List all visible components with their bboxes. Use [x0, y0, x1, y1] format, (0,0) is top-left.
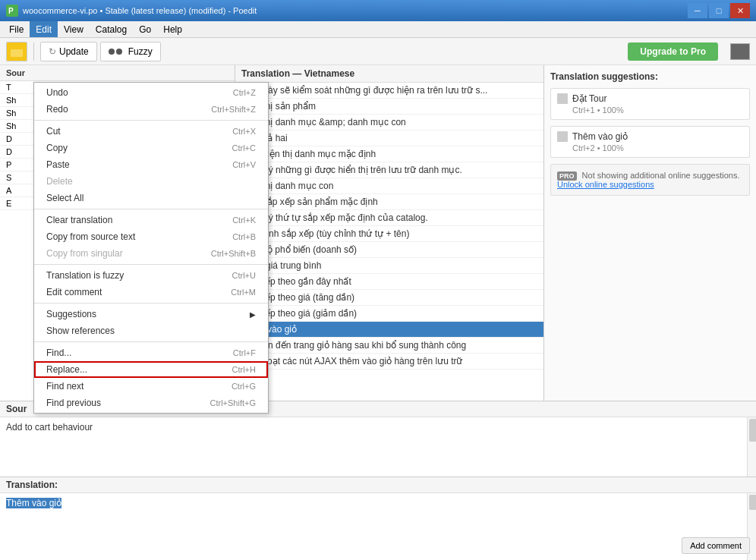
menu-fuzzy[interactable]: Translation is fuzzy Ctrl+U — [34, 267, 268, 284]
pane-toggle-button[interactable] — [730, 43, 750, 60]
menu-go[interactable]: Go — [133, 21, 157, 37]
menu-edit[interactable]: Edit — [30, 21, 58, 37]
menu-sep-1 — [34, 120, 268, 121]
menu-find-prev[interactable]: Find previous Ctrl+Shift+G — [34, 395, 268, 411]
find-prev-shortcut: Ctrl+Shift+G — [194, 398, 256, 407]
upgrade-button[interactable]: Upgrade to Pro — [628, 42, 718, 61]
redo-label: Redo — [46, 104, 68, 115]
copy-shortcut: Ctrl+C — [217, 143, 256, 153]
update-label: Update — [59, 46, 89, 57]
menu-cut[interactable]: Cut Ctrl+X — [34, 123, 268, 140]
menu-copy-source[interactable]: Copy from source text Ctrl+B — [34, 228, 268, 245]
menu-find[interactable]: Find... Ctrl+F — [34, 344, 268, 361]
add-comment-button[interactable]: Add comment — [682, 537, 750, 554]
translation-item-selected[interactable]: Thêm vào giỏ — [235, 322, 543, 338]
suggestion-meta-1: Ctrl+1 • 100% — [557, 105, 743, 115]
minimize-button[interactable]: ─ — [688, 3, 707, 18]
menu-delete: Delete — [34, 173, 268, 190]
translation-item[interactable]: Mặc định sắp xếp (tùy chỉnh thứ tự + tên… — [235, 226, 543, 242]
clear-translation-shortcut: Ctrl+K — [217, 216, 256, 225]
translation-item[interactable]: Quản lý thứ tự sắp xếp mặc định của cata… — [235, 210, 543, 226]
translation-item[interactable]: Sắp xếp theo giá (tăng dần) — [235, 290, 543, 306]
translation-item[interactable]: Kiểu sắp xếp sản phẩm mặc định — [235, 194, 543, 210]
menu-file[interactable]: File — [3, 21, 30, 37]
fuzzy-button[interactable]: Fuzzy — [100, 42, 161, 61]
menu-clear-translation[interactable]: Clear translation Ctrl+K — [34, 212, 268, 228]
suggestion-icon-2 — [557, 131, 568, 142]
translation-list-panel: Translation — Vietnamese Điều này sẽ kiể… — [235, 65, 543, 401]
close-button[interactable]: ✕ — [730, 3, 750, 18]
menu-view[interactable]: View — [58, 21, 90, 37]
menu-paste[interactable]: Paste Ctrl+V — [34, 156, 268, 173]
title-bar-text: woocommerce-vi.po • Stable (latest relea… — [23, 6, 688, 15]
open-folder-button[interactable] — [6, 42, 27, 61]
menu-catalog[interactable]: Catalog — [90, 21, 133, 37]
translation-item[interactable]: Chuyển đến trang giỏ hàng sau khi bổ sun… — [235, 338, 543, 354]
translation-label: Translation: — [0, 477, 756, 493]
show-refs-label: Show references — [46, 326, 115, 336]
translation-item[interactable]: Sắp xếp theo gần đây nhất — [235, 274, 543, 290]
maximize-button[interactable]: □ — [709, 3, 729, 18]
source-panel-header: Sour — [0, 65, 235, 81]
svg-text:P: P — [8, 7, 14, 15]
translation-list-header: Translation — Vietnamese — [235, 65, 543, 83]
translation-item[interactable]: Hiện thị sản phẩm — [235, 99, 543, 115]
update-button[interactable]: ↻ Update — [40, 42, 97, 61]
menu-copy-singular: Copy from singular Ctrl+Shift+B — [34, 245, 268, 262]
suggestion-text-1: Đặt Tour — [572, 93, 606, 104]
translation-item[interactable]: Kiểu hiện thị danh mục mặc định — [235, 146, 543, 162]
translation-list: Điều này sẽ kiểm soát những gì được hiện… — [235, 83, 543, 401]
menu-edit-comment[interactable]: Edit comment Ctrl+M — [34, 284, 268, 300]
delete-label: Delete — [46, 176, 73, 187]
translation-item[interactable]: Sắp xếp theo giá (giảm dần) — [235, 306, 543, 322]
menu-suggestions[interactable]: Suggestions — [34, 306, 268, 322]
find-label: Find... — [46, 348, 71, 358]
pro-notice-text: Not showing additional online suggestion… — [582, 171, 740, 180]
unlock-link[interactable]: Unlock online suggestions — [557, 180, 654, 189]
title-bar-controls: ─ □ ✕ — [688, 3, 750, 18]
translation-item[interactable]: Kích hoạt các nút AJAX thêm vào giỏ hàng… — [235, 354, 543, 370]
suggestion-icon-1 — [557, 93, 568, 104]
suggestions-panel: Translation suggestions: Đặt Tour Ctrl+1… — [543, 65, 756, 401]
menu-sep-3 — [34, 264, 268, 265]
translation-item[interactable]: Điều này sẽ kiểm soát những gì được hiện… — [235, 83, 543, 99]
menu-replace[interactable]: Replace... Ctrl+H — [34, 361, 268, 378]
translation-item[interactable]: Hiển thị danh mục con — [235, 178, 543, 194]
fuzzy-icon — [109, 49, 122, 55]
menu-find-next[interactable]: Find next Ctrl+G — [34, 378, 268, 395]
fuzzy-label: Fuzzy — [128, 46, 153, 57]
toolbar: ↻ Update Fuzzy Upgrade to Pro — [0, 38, 756, 65]
translation-selected-text: Thêm vào giỏ — [6, 498, 61, 508]
suggestion-meta-2: Ctrl+2 • 100% — [557, 143, 743, 153]
edit-dropdown-menu: Undo Ctrl+Z Redo Ctrl+Shift+Z Cut Ctrl+X… — [33, 82, 269, 414]
translation-item[interactable]: Quản lý những gì được hiển thị trên lưu … — [235, 162, 543, 178]
copy-source-label: Copy from source text — [46, 231, 135, 242]
suggestion-item-2[interactable]: Thêm vào giỏ Ctrl+2 • 100% — [550, 126, 750, 158]
menu-select-all[interactable]: Select All — [34, 190, 268, 206]
suggestions-title: Translation suggestions: — [550, 71, 750, 82]
clear-translation-label: Clear translation — [46, 215, 112, 225]
translation-item[interactable]: Mức độ phổ biến (doanh số) — [235, 242, 543, 258]
menu-show-references[interactable]: Show references — [34, 322, 268, 339]
paste-shortcut: Ctrl+V — [217, 160, 256, 169]
translation-item[interactable]: Đánh giá trung bình — [235, 258, 543, 274]
find-prev-label: Find previous — [46, 398, 101, 408]
source-text: Add to cart behaviour — [0, 417, 747, 477]
menu-copy[interactable]: Copy Ctrl+C — [34, 140, 268, 156]
fuzzy-menu-shortcut: Ctrl+U — [217, 271, 256, 280]
select-all-label: Select All — [46, 193, 83, 203]
redo-shortcut: Ctrl+Shift+Z — [196, 105, 256, 114]
menu-help[interactable]: Help — [157, 21, 188, 37]
translation-section: Translation: Thêm vào giỏ Add comment — [0, 477, 756, 560]
source-scrollbar[interactable] — [747, 417, 756, 477]
translation-input-area[interactable]: Thêm vào giỏ — [0, 493, 747, 560]
translation-item[interactable]: Hiện cả hai — [235, 131, 543, 146]
suggestion-item-1[interactable]: Đặt Tour Ctrl+1 • 100% — [550, 88, 750, 120]
menu-redo[interactable]: Redo Ctrl+Shift+Z — [34, 101, 268, 118]
translation-item[interactable]: Hiển thị danh mục &amp; danh mục con — [235, 115, 543, 131]
copy-source-shortcut: Ctrl+B — [217, 232, 256, 241]
cut-shortcut: Ctrl+X — [217, 127, 256, 136]
find-next-shortcut: Ctrl+G — [216, 382, 256, 391]
suggestions-menu-label: Suggestions — [46, 309, 96, 319]
menu-undo[interactable]: Undo Ctrl+Z — [34, 84, 268, 101]
